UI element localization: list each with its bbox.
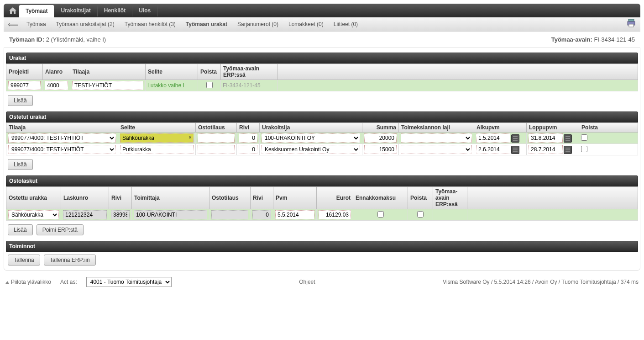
th-l-toimittaja: Toimittaja <box>132 187 209 209</box>
urakat-add-button[interactable]: Lisää <box>8 95 33 106</box>
ohjeet-link[interactable]: Ohjeet <box>181 279 434 285</box>
l-ostettu-select[interactable]: Sähköurakka <box>8 210 59 219</box>
ostolaskut-row: Sähköurakka <box>6 209 638 221</box>
key-value: FI-3434-121-45 <box>594 36 635 43</box>
ostolaskut-add-button[interactable]: Lisää <box>8 224 33 235</box>
l-poista-checkbox[interactable] <box>417 211 424 218</box>
th-l-laskunro: Laskunro <box>61 187 109 209</box>
o-summa-input[interactable] <box>364 133 397 143</box>
th-o-selite: Selite <box>118 123 196 133</box>
th-o-urakoitsija: Urakoitsija <box>260 123 362 133</box>
footer: Piilota ylävalikko Act as: 4001 - Tuomo … <box>0 274 644 290</box>
erp-cell: FI-3434-121-45 <box>221 80 278 91</box>
urakat-header: Urakat <box>6 53 638 64</box>
o-laji-select[interactable] <box>401 145 472 154</box>
main-nav: Työmaat Urakoitsijat Henkilöt Ulos <box>4 4 640 17</box>
l-eurot-input[interactable] <box>319 210 351 219</box>
th-o-poista: Poista <box>579 123 638 133</box>
hide-topmenu-link[interactable]: Piilota ylävalikko <box>5 279 51 285</box>
th-alanro: Alanro <box>43 64 70 80</box>
tab-tyomaat[interactable]: Työmaat <box>19 5 54 18</box>
o-alkupvm-input[interactable] <box>476 145 510 154</box>
th-selite: Selite <box>146 64 198 80</box>
o-urakoitsija-select[interactable]: Keskisuomen Urakointi Oy <box>262 145 360 154</box>
th-l-ostettu: Ostettu urakka <box>6 187 61 209</box>
alanro-input[interactable] <box>45 81 68 90</box>
o-selite-input[interactable] <box>120 145 194 154</box>
ostolaskut-erp-button[interactable]: Poimi ERP:stä <box>37 224 84 235</box>
th-o-laji: Toimeksiannon laji <box>399 123 474 133</box>
clear-icon[interactable]: × <box>188 134 192 141</box>
subtab-tyomaa[interactable]: Työmaa <box>26 19 47 29</box>
th-l-poista: Poista <box>408 187 433 209</box>
ostetut-add-button[interactable]: Lisää <box>8 159 33 170</box>
poista-checkbox[interactable] <box>206 82 213 88</box>
calendar-icon[interactable] <box>564 146 572 154</box>
th-o-ostotilaus: Ostotilaus <box>196 123 237 133</box>
print-icon[interactable] <box>627 19 636 27</box>
o-urakoitsija-select[interactable]: 100-URAKOINTI OY <box>262 133 360 143</box>
tilaaja-input[interactable] <box>72 81 143 90</box>
calendar-icon[interactable] <box>511 134 519 143</box>
o-loppupvm-input[interactable] <box>529 133 563 143</box>
ostetut-header: Ostetut urakat <box>6 112 638 122</box>
o-summa-input[interactable] <box>364 145 397 154</box>
ostolaskut-header: Ostolaskut <box>6 175 638 186</box>
triangle-icon <box>5 281 9 284</box>
selite-cell: Lutakko vaihe I <box>146 80 198 91</box>
l-rivi-input <box>111 210 130 219</box>
th-o-rivi: Rivi <box>237 123 260 133</box>
home-icon[interactable] <box>6 5 19 16</box>
th-l-ennakko: Ennakkomaksu <box>353 187 408 209</box>
o-selite-input[interactable] <box>120 133 194 143</box>
th-projekti: Projekti <box>6 64 43 80</box>
ostetut-table: Tilaaja Selite Ostotilaus Rivi Urakoitsi… <box>6 122 638 155</box>
save-button[interactable]: Tallenna <box>8 255 40 266</box>
calendar-icon[interactable] <box>511 146 519 154</box>
th-l-rivi: Rivi <box>109 187 132 209</box>
o-ostotilaus-input[interactable] <box>198 145 235 154</box>
o-laji-select[interactable] <box>401 133 472 143</box>
ostetut-row: 999077/4000: TESTI-YHTIÖT Keskisuomen Ur… <box>6 144 638 155</box>
id-value: 2 (Ylistönmäki, vaihe I) <box>46 36 106 43</box>
th-o-alkupvm: Alkupvm <box>474 123 527 133</box>
key-label: Työmaa-avain: <box>551 36 592 43</box>
subtab-urakat[interactable]: Työmaan urakat <box>185 19 228 29</box>
l-rivi2-input <box>252 210 271 219</box>
o-poista-checkbox[interactable] <box>581 146 587 152</box>
th-poista: Poista <box>198 64 221 80</box>
urakat-row: Lutakko vaihe I FI-3434-121-45 <box>6 80 638 91</box>
id-bar: Työmaan ID: 2 (Ylistönmäki, vaihe I) Työ… <box>4 31 640 48</box>
back-icon[interactable]: ⟸ <box>8 20 17 29</box>
subtab-urakoitsijat[interactable]: Työmaan urakoitsijat (2) <box>55 19 115 29</box>
tab-henkilot[interactable]: Henkilöt <box>98 5 132 16</box>
projekti-input[interactable] <box>8 81 41 90</box>
o-loppupvm-input[interactable] <box>529 145 563 154</box>
o-ostotilaus-input[interactable] <box>198 133 235 143</box>
o-tilaaja-select[interactable]: 999077/4000: TESTI-YHTIÖT <box>8 133 116 143</box>
th-o-loppupvm: Loppupvm <box>527 123 579 133</box>
save-erp-button[interactable]: Tallenna ERP:iin <box>44 255 96 266</box>
th-l-pvm: Pvm <box>273 187 317 209</box>
act-as-select[interactable]: 4001 - Tuomo Toimitusjohtaja <box>86 277 172 287</box>
tab-urakoitsijat[interactable]: Urakoitsijat <box>54 5 97 16</box>
o-tilaaja-select[interactable]: 999077/4000: TESTI-YHTIÖT <box>8 145 116 154</box>
o-rivi-input[interactable] <box>239 145 257 154</box>
l-pvm-input[interactable] <box>275 210 314 219</box>
o-poista-checkbox[interactable] <box>581 134 587 141</box>
l-laskunro-input <box>63 210 107 219</box>
ostetut-row: 999077/4000: TESTI-YHTIÖT × 100-URAKOINT… <box>6 133 638 144</box>
sub-nav: ⟸ Työmaa Työmaan urakoitsijat (2) Työmaa… <box>4 17 640 31</box>
subtab-lomakkeet[interactable]: Lomakkeet (0) <box>288 19 325 29</box>
calendar-icon[interactable] <box>564 134 572 143</box>
o-alkupvm-input[interactable] <box>476 133 510 143</box>
l-ennakko-checkbox[interactable] <box>377 211 384 218</box>
th-l-eurot: Eurot <box>317 187 353 209</box>
subtab-sarjanumerot[interactable]: Sarjanumerot (0) <box>236 19 279 29</box>
tab-ulos[interactable]: Ulos <box>132 5 157 16</box>
toiminnot-header: Toiminnot <box>6 241 638 252</box>
th-o-tilaaja: Tilaaja <box>6 123 118 133</box>
subtab-henkilot[interactable]: Työmaan henkilöt (3) <box>124 19 177 29</box>
subtab-liitteet[interactable]: Liitteet (0) <box>333 19 359 29</box>
o-rivi-input[interactable] <box>239 133 257 143</box>
